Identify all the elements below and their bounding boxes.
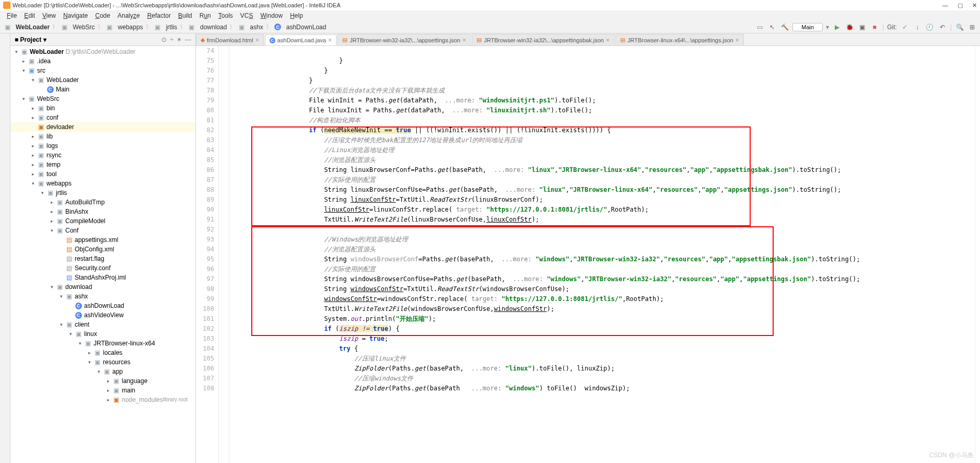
tree-item[interactable]: ▾▣app (10, 367, 195, 376)
tree-item[interactable]: ▸▣locales (10, 348, 195, 357)
breadcrumb-item[interactable]: WebSrc (72, 24, 95, 31)
tree-item[interactable]: ▤appsettings.xml (10, 235, 195, 245)
tree-item[interactable]: ▾▣WebLoader (10, 75, 195, 85)
close-icon[interactable]: × (606, 37, 610, 44)
tree-item[interactable]: ▾▣webapps (10, 179, 195, 188)
chevron-right-icon: 〉 (229, 23, 235, 31)
select-opened-icon[interactable]: ⊙ (161, 36, 167, 43)
chevron-right-icon: 〉 (52, 23, 58, 31)
tree-item[interactable]: ▾▣ashx (10, 292, 195, 301)
code-editor[interactable]: } } } //下载页面后台data文件夹没有下载脚本就生成 File winI… (229, 46, 975, 463)
menu-tools[interactable]: Tools (215, 12, 237, 19)
menu-help[interactable]: Help (286, 12, 307, 19)
tree-item[interactable]: ▸▣tool (10, 169, 195, 179)
back-arrow-icon[interactable]: ↖ (767, 22, 777, 32)
monitor-icon[interactable]: ▭ (755, 22, 764, 32)
line-gutter[interactable]: 7475767778798081828384858687888990919293… (196, 46, 219, 463)
tree-item[interactable]: ▾▣jrtlis (10, 188, 195, 198)
tree-item[interactable]: ▸▣lib (10, 132, 195, 141)
coverage-button[interactable]: ▣ (857, 22, 867, 32)
tree-item[interactable]: ▸▣CompileModel (10, 216, 195, 226)
tab-appsettings-win[interactable]: ▤JRTBrowser-win32-ia32\...\appsettings.j… (337, 34, 471, 45)
tab-frmdownload[interactable]: ◆frmDownload.html× (196, 34, 264, 45)
close-icon[interactable]: × (736, 37, 739, 44)
tree-item[interactable]: ▸▣BinAshx (10, 207, 195, 216)
tab-appsettings-linux[interactable]: ▤JRTBrowser-linux-x64\...\appsettings.js… (615, 34, 744, 45)
hide-icon[interactable]: — (185, 36, 191, 43)
menu-edit[interactable]: Edit (20, 12, 39, 19)
tree-item[interactable]: ▸▣language (10, 376, 195, 386)
tree-item[interactable]: ▤ObjConfig.xml (10, 245, 195, 254)
stop-button[interactable]: ■ (870, 22, 879, 32)
tree-item[interactable]: ▤StandAshxProj.iml (10, 273, 195, 282)
update-icon[interactable]: ↓ (913, 22, 922, 32)
close-button[interactable]: ✕ (972, 2, 977, 9)
breadcrumb-item[interactable]: ashDownLoad (286, 24, 327, 31)
menu-build[interactable]: Build (174, 12, 196, 19)
run-config-select[interactable]: Main (792, 23, 823, 31)
commit-icon[interactable]: ✓ (900, 22, 909, 32)
tree-item[interactable]: ▾▣WebSrc (10, 94, 195, 103)
menu-refactor[interactable]: Refactor (144, 12, 174, 19)
tree-item[interactable]: ▸▣main (10, 386, 195, 395)
tree-item[interactable]: ▸▣node_modules library root (10, 395, 195, 404)
tree-item[interactable]: ▾▣src (10, 66, 195, 75)
window-title: WebLoader [D:\jrtlis\Code\WebLoader] - .… (13, 2, 341, 8)
maximize-button[interactable]: ▢ (958, 2, 963, 9)
tree-item[interactable]: CashVideoView (10, 310, 195, 320)
debug-button[interactable]: 🐞 (845, 22, 854, 32)
tree-item[interactable]: ▾▣JRTBrowser-linux-x64 (10, 339, 195, 348)
tree-item[interactable]: ▾▣client (10, 320, 195, 329)
structure-icon[interactable]: ⊞ (967, 22, 977, 32)
breadcrumb-item[interactable]: download (200, 24, 227, 31)
tree-item[interactable]: ▾▣linux (10, 329, 195, 339)
tab-ashdownload[interactable]: CashDownLoad.java× (265, 34, 337, 46)
close-icon[interactable]: × (255, 37, 259, 44)
tree-item[interactable]: ▸▣.idea (10, 56, 195, 66)
folder-icon: ▣ (3, 24, 11, 31)
menu-file[interactable]: File (3, 12, 20, 19)
tree-item[interactable]: CMain (10, 85, 195, 94)
tree-item[interactable]: ▸▣AutoBuildTmp (10, 198, 195, 207)
tree-item[interactable]: ▸▣conf (10, 113, 195, 122)
collapse-icon[interactable]: ✶ (177, 36, 182, 43)
error-stripe[interactable] (975, 46, 980, 463)
titlebar: WebLoader [D:\jrtlis\Code\WebLoader] - .… (0, 0, 980, 10)
run-button[interactable]: ▶ (832, 22, 842, 32)
close-icon[interactable]: × (462, 37, 466, 44)
tree-item[interactable]: ▸▣rsync (10, 151, 195, 160)
tree-item[interactable]: ▾▣Conf (10, 226, 195, 235)
tree-item[interactable]: ▾▣download (10, 282, 195, 292)
fold-gutter[interactable] (219, 46, 229, 463)
project-tool-title[interactable]: ■ Project ▾ (15, 36, 46, 43)
tree-item[interactable]: ▸▣logs (10, 141, 195, 151)
minimize-button[interactable]: — (942, 2, 948, 9)
menu-run[interactable]: Run (196, 12, 215, 19)
menu-analyze[interactable]: Analyze (114, 12, 144, 19)
breadcrumb-item[interactable]: WebLoader (15, 24, 50, 31)
menu-vcs[interactable]: VCS (237, 12, 257, 19)
tree-item[interactable]: ▤restart.flag (10, 254, 195, 263)
expand-icon[interactable]: ÷ (170, 36, 173, 43)
menu-view[interactable]: View (39, 12, 60, 19)
close-icon[interactable]: × (328, 37, 332, 44)
tree-item[interactable]: ▤Security.conf (10, 263, 195, 273)
breadcrumb-item[interactable]: webapps (118, 24, 144, 31)
search-icon[interactable]: 🔍 (955, 22, 964, 32)
project-tree[interactable]: ▾▣WebLoader D:\jrtlis\Code\WebLoader ▸▣.… (10, 46, 195, 463)
tree-item-devloader[interactable]: ▣devloader (10, 122, 195, 132)
menu-code[interactable]: Code (91, 12, 114, 19)
menu-window[interactable]: Window (256, 12, 286, 19)
tab-appsettingsbak-win[interactable]: ▤JRTBrowser-win32-ia32\...\appsettingsba… (472, 34, 614, 45)
tree-root[interactable]: ▾▣WebLoader D:\jrtlis\Code\WebLoader (10, 47, 195, 56)
tree-item[interactable]: ▸▣temp (10, 160, 195, 169)
tree-item[interactable]: ▸▣bin (10, 103, 195, 113)
breadcrumb-item[interactable]: ashx (249, 24, 263, 31)
tree-item[interactable]: ▾▣resources (10, 357, 195, 367)
revert-icon[interactable]: ↶ (938, 22, 947, 32)
menu-navigate[interactable]: Navigate (60, 12, 91, 19)
history-icon[interactable]: 🕘 (925, 22, 935, 32)
hammer-build-icon[interactable]: 🔨 (780, 22, 789, 32)
breadcrumb-item[interactable]: jrtlis (166, 24, 178, 31)
tree-item[interactable]: CashDownLoad (10, 301, 195, 310)
